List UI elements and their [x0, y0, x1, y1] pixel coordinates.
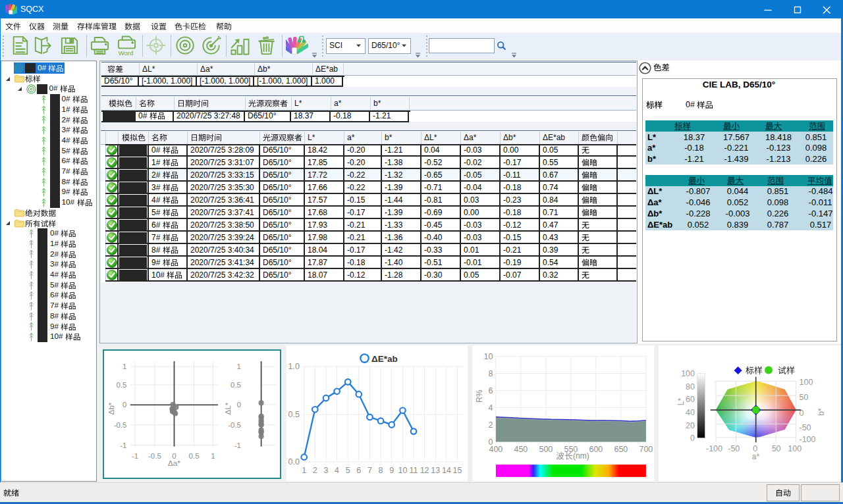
svg-text:0.5: 0.5: [231, 381, 241, 389]
svg-text:20: 20: [686, 421, 695, 430]
svg-text:700: 700: [639, 445, 653, 454]
svg-text:Δb*: Δb*: [107, 402, 115, 415]
svg-text:1.0: 1.0: [288, 362, 300, 371]
svg-text:L*: L*: [677, 398, 686, 406]
svg-text:10: 10: [398, 466, 407, 475]
svg-text:1: 1: [211, 452, 215, 460]
svg-text:b*: b*: [817, 408, 826, 416]
svg-text:-0.5: -0.5: [114, 421, 127, 429]
svg-text:-1: -1: [132, 452, 138, 460]
svg-text:0.5: 0.5: [189, 452, 200, 460]
svg-text:1: 1: [122, 363, 126, 370]
svg-text:2: 2: [489, 420, 493, 430]
svg-text:11: 11: [410, 466, 418, 475]
svg-text:4: 4: [489, 403, 493, 413]
svg-text:0.5: 0.5: [117, 381, 127, 389]
svg-text:400: 400: [489, 445, 503, 454]
svg-text:0: 0: [122, 401, 126, 409]
svg-text:80: 80: [686, 382, 695, 391]
svg-text:3: 3: [324, 466, 329, 475]
svg-text:-0.5: -0.5: [148, 452, 161, 460]
svg-text:50: 50: [800, 393, 809, 402]
svg-text:ΔL*: ΔL*: [224, 402, 232, 415]
svg-text:10: 10: [484, 352, 493, 361]
svg-text:50: 50: [772, 444, 781, 453]
svg-text:0.0: 0.0: [288, 457, 300, 466]
svg-text:1: 1: [237, 363, 241, 370]
svg-text:6: 6: [489, 386, 493, 395]
svg-text:6: 6: [356, 466, 361, 475]
svg-text:15: 15: [453, 466, 462, 475]
svg-text:12: 12: [420, 466, 429, 475]
svg-text:9: 9: [389, 466, 394, 475]
svg-text:60: 60: [686, 395, 695, 404]
svg-text:14: 14: [442, 466, 451, 475]
svg-text:2: 2: [313, 466, 317, 475]
svg-text:650: 650: [614, 445, 628, 454]
svg-text:8: 8: [489, 369, 493, 378]
svg-text:13: 13: [431, 466, 440, 475]
svg-text:0: 0: [237, 401, 241, 409]
svg-text:8: 8: [379, 466, 383, 475]
svg-text:600: 600: [589, 445, 603, 454]
svg-text:40: 40: [686, 408, 695, 417]
svg-text:5: 5: [346, 466, 350, 475]
svg-text:-0.5: -0.5: [228, 421, 241, 429]
svg-text:-100: -100: [706, 444, 722, 453]
svg-text:0: 0: [690, 434, 695, 443]
svg-text:4: 4: [335, 466, 339, 475]
svg-text:0: 0: [800, 409, 804, 418]
svg-text:-1: -1: [120, 441, 126, 449]
svg-text:-50: -50: [728, 444, 740, 453]
svg-text:100: 100: [681, 369, 695, 378]
svg-text:500: 500: [539, 445, 553, 454]
svg-text:-1: -1: [234, 441, 241, 449]
svg-text:7: 7: [367, 466, 372, 475]
svg-text:ΔE*ab: ΔE*ab: [371, 354, 398, 364]
svg-text:100: 100: [800, 378, 813, 387]
svg-text:a*: a*: [752, 452, 760, 461]
svg-text:0.5: 0.5: [288, 410, 300, 419]
svg-text:450: 450: [514, 445, 528, 454]
svg-text:-100: -100: [800, 435, 816, 444]
svg-text:Δa*: Δa*: [168, 459, 180, 467]
svg-text:1: 1: [302, 466, 306, 475]
svg-text:R%: R%: [475, 390, 484, 403]
svg-text:-50: -50: [800, 423, 811, 432]
svg-text:100: 100: [788, 444, 802, 453]
